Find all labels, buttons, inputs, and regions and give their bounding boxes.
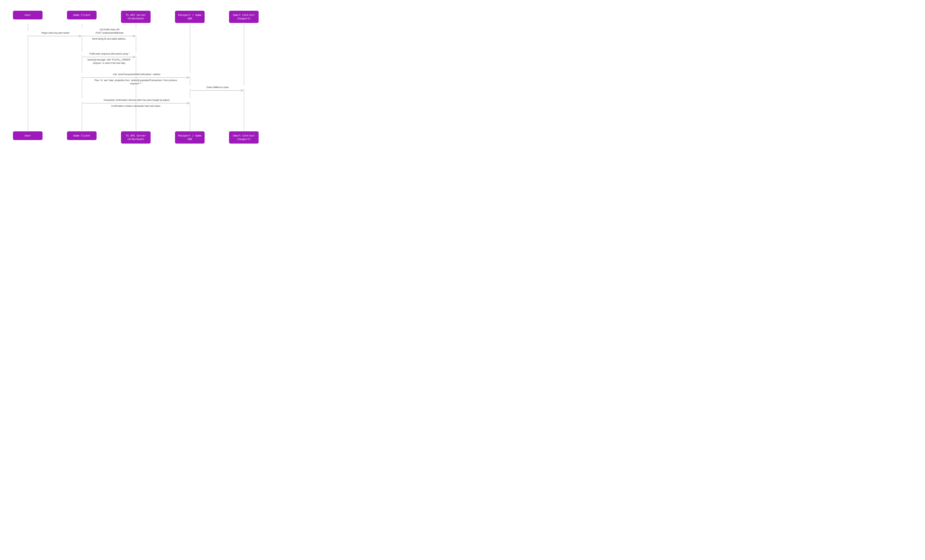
- lifeline-api: [136, 24, 136, 130]
- actor-api-top: TS API Server (Orderbook): [121, 11, 151, 23]
- message-sublabel-5: Confirmation contains transaction hash a…: [82, 104, 190, 108]
- connector-layer: [0, 0, 274, 154]
- message-sublabel-1: Send listing ID and wallet address: [82, 37, 136, 41]
- actor-api-bottom: TS API Server (Orderbook): [121, 131, 151, 143]
- message-label-1: Call Fulfill Order API POST /orderbook/f…: [82, 28, 137, 35]
- sequence-diagram: UserUserGame ClientGame ClientTS API Ser…: [0, 0, 274, 154]
- actor-contract-bottom: Smart Contract (Seaport): [229, 131, 259, 143]
- actor-user-top: User: [13, 11, 42, 20]
- message-sublabel-2: `actions[].message` with "FULFILL_ORDER"…: [82, 58, 136, 65]
- message-label-5: Transaction confirmation returned (item …: [82, 98, 191, 102]
- actor-passport-bottom: Passport / Game SDK: [175, 131, 205, 143]
- lifeline-passport: [190, 24, 190, 130]
- actor-client-bottom: Game Client: [67, 131, 96, 140]
- message-label-4: Order fulfilled on chain: [190, 86, 245, 89]
- message-label-3: Call `sendTransactionWithConfirmation` m…: [82, 73, 191, 76]
- message-sublabel-3: Pass `to` and `data` properties from `ac…: [82, 78, 190, 85]
- actor-user-bottom: User: [13, 131, 42, 140]
- message-label-0: Player clicks buy item button: [28, 31, 83, 35]
- message-label-2: Fulfill order response with actions arra…: [82, 52, 137, 56]
- lifeline-user: [28, 24, 28, 130]
- actor-passport-top: Passport / Game SDK: [175, 11, 205, 23]
- actor-client-top: Game Client: [67, 11, 96, 20]
- actor-contract-top: Smart Contract (Seaport): [229, 11, 259, 23]
